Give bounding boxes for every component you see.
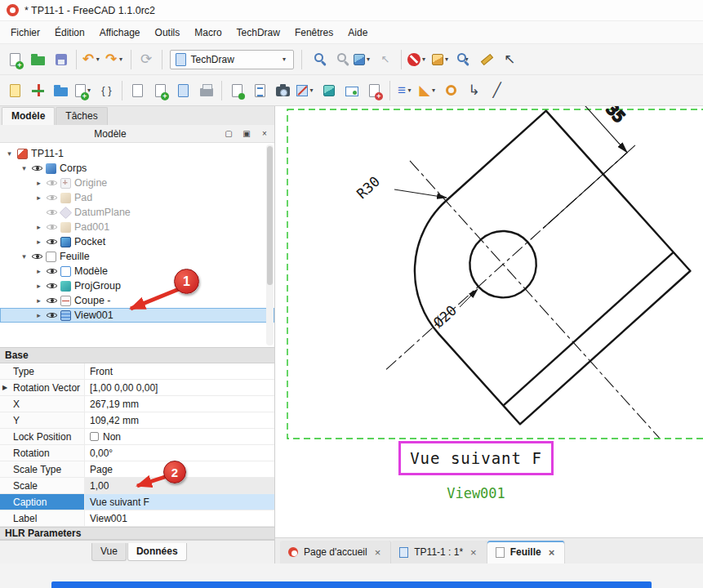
isometric-view-button[interactable]: ▾: [352, 48, 374, 71]
lock-position-checkbox[interactable]: [90, 432, 99, 441]
measure-button[interactable]: [476, 48, 498, 71]
menu-fenetres[interactable]: Fenêtres: [287, 23, 340, 42]
tree-item-datumplane[interactable]: DatumPlane: [0, 205, 274, 220]
expand-arrow-icon[interactable]: ▾: [20, 252, 29, 261]
insert-image-button[interactable]: [363, 79, 385, 102]
insert-view-button[interactable]: [226, 79, 248, 102]
property-value-caption[interactable]: Vue suivant F: [85, 494, 274, 510]
property-value-label[interactable]: View001: [85, 510, 274, 526]
dock-panel-button[interactable]: ▢: [220, 127, 237, 141]
new-page-button[interactable]: [149, 79, 171, 102]
expand-arrow-icon[interactable]: ▾: [5, 149, 14, 158]
tree-item-view001[interactable]: ▸ View001: [0, 308, 274, 323]
property-name-rotation[interactable]: Rotation: [0, 445, 85, 461]
undo-button[interactable]: ↶▾: [81, 48, 103, 71]
tree-item-feuille[interactable]: ▾ Feuille: [0, 249, 274, 264]
property-value-type[interactable]: Front: [85, 363, 274, 379]
menu-aide[interactable]: Aide: [340, 23, 375, 42]
visibility-eye-icon[interactable]: [47, 193, 57, 203]
view-name-label[interactable]: View001: [398, 485, 554, 501]
expand-arrow-icon[interactable]: ▸: [34, 223, 43, 231]
macro-editor-button[interactable]: { }: [96, 79, 118, 102]
visibility-eye-icon[interactable]: [47, 310, 57, 321]
visibility-eye-icon[interactable]: [47, 222, 57, 233]
property-value-x[interactable]: 267,19 mm: [85, 396, 274, 412]
menu-edition[interactable]: Édition: [47, 23, 92, 42]
undo-caret-icon[interactable]: ▾: [94, 56, 101, 63]
property-name-label[interactable]: Label: [0, 510, 85, 526]
tree-item-corps[interactable]: ▾ Corps: [0, 161, 274, 176]
visibility-eye-icon[interactable]: [47, 266, 57, 277]
tab-tp11-3d[interactable]: TP11-1 : 1* ×: [391, 541, 487, 564]
new-document-button[interactable]: [4, 48, 26, 71]
redo-button[interactable]: ↷▾: [104, 48, 126, 71]
section-caret-icon[interactable]: ▾: [308, 87, 315, 94]
default-page-button[interactable]: [4, 79, 26, 102]
tree-item-coupe[interactable]: ▸ Coupe -: [0, 293, 274, 308]
techdraw-page-view[interactable]: 35 R30 Ø20 Vue suivant F View001: [275, 106, 703, 537]
workbench-selector[interactable]: TechDraw ▾: [170, 50, 294, 69]
refresh-button[interactable]: ⟳: [136, 48, 158, 71]
sync-view-button[interactable]: ↖: [375, 48, 397, 71]
zoom-fit-button[interactable]: [306, 48, 328, 71]
scrollbar-thumb[interactable]: [267, 146, 273, 285]
property-name-scale[interactable]: Scale: [0, 478, 85, 493]
expand-property-icon[interactable]: ▶: [2, 384, 7, 391]
property-name-rotation-vector[interactable]: ▶Rotation Vector: [0, 380, 85, 395]
print-button[interactable]: [195, 79, 217, 102]
visibility-eye-icon[interactable]: [47, 207, 57, 218]
origin-axes-button[interactable]: [27, 79, 49, 102]
save-button[interactable]: [50, 48, 72, 71]
close-tab-icon[interactable]: ×: [547, 546, 557, 559]
visibility-eye-icon[interactable]: [47, 178, 57, 189]
section-view-button[interactable]: ▾: [295, 79, 317, 102]
property-section-hlr[interactable]: HLR Parameters: [0, 527, 274, 540]
property-name-x[interactable]: X: [0, 396, 85, 412]
menu-macro[interactable]: Macro: [187, 23, 229, 42]
property-value-y[interactable]: 109,42 mm: [85, 412, 274, 428]
redo-caret-icon[interactable]: ▾: [118, 56, 125, 63]
close-tab-icon[interactable]: ×: [373, 546, 383, 559]
detail-view-button[interactable]: [440, 79, 462, 102]
property-section-base[interactable]: Base: [0, 347, 274, 363]
image-view-button[interactable]: [340, 79, 363, 102]
tab-vue[interactable]: Vue: [91, 543, 127, 561]
menu-affichage[interactable]: Affichage: [92, 23, 148, 42]
projection-cube-button[interactable]: [318, 79, 340, 102]
tab-donnees[interactable]: Données: [127, 543, 187, 561]
expand-arrow-icon[interactable]: ▸: [34, 194, 43, 202]
visibility-eye-icon[interactable]: [47, 237, 57, 247]
close-panel-button[interactable]: ×: [256, 127, 273, 141]
expand-arrow-icon[interactable]: ▸: [34, 267, 43, 275]
tab-modele[interactable]: Modèle: [2, 107, 55, 125]
view-caption[interactable]: Vue suivant F: [398, 441, 554, 475]
visibility-eye-icon[interactable]: [32, 163, 42, 174]
open-document-button[interactable]: [27, 48, 49, 71]
visibility-eye-icon[interactable]: [47, 296, 57, 306]
tree-item-pocket[interactable]: ▸ Pocket: [0, 234, 274, 249]
menu-techdraw[interactable]: TechDraw: [229, 23, 287, 42]
tab-page-accueil[interactable]: Page d'accueil ×: [280, 541, 391, 564]
tree-scrollbar[interactable]: [266, 145, 274, 345]
expand-arrow-icon[interactable]: ▸: [34, 296, 43, 305]
dim-length-text[interactable]: 35: [603, 106, 629, 126]
property-name-type[interactable]: Type: [0, 363, 85, 379]
tree-item-origine[interactable]: ▸ Origine: [0, 176, 274, 190]
expand-arrow-icon[interactable]: ▸: [34, 238, 43, 246]
zoom-tools-button[interactable]: ▾: [453, 48, 475, 71]
visibility-eye-icon[interactable]: [32, 252, 42, 262]
expand-arrow-icon[interactable]: ▸: [34, 282, 43, 290]
dimension-35[interactable]: [486, 106, 635, 228]
property-name-scale-type[interactable]: Scale Type: [0, 461, 85, 477]
property-value-rotation[interactable]: 0,00°: [85, 445, 274, 461]
export-page-button[interactable]: ▾: [73, 79, 95, 102]
clipping-caret-icon[interactable]: ▾: [420, 56, 428, 63]
tree-item-modele[interactable]: ▸ Modèle: [0, 264, 274, 278]
stack-order-button[interactable]: ≡▾: [394, 79, 416, 102]
insert-page-button[interactable]: [127, 79, 149, 102]
draw-style-caret-icon[interactable]: ▾: [443, 56, 451, 63]
clipping-plane-button[interactable]: ▾: [406, 48, 429, 71]
visibility-eye-icon[interactable]: [47, 281, 57, 292]
tree-item-tp11-1[interactable]: ▾ TP11-1: [0, 146, 274, 161]
expand-arrow-icon[interactable]: ▸: [34, 179, 43, 187]
